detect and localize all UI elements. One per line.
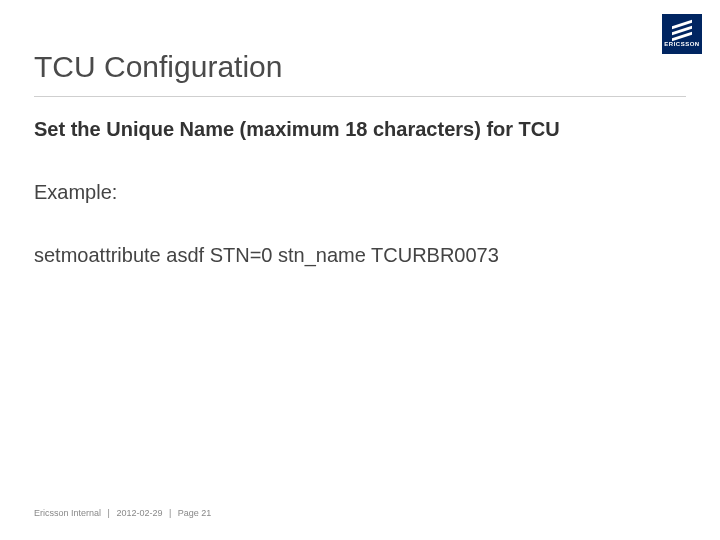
instruction-text: Set the Unique Name (maximum 18 characte… <box>34 118 660 141</box>
footer-separator: | <box>108 508 110 518</box>
title-divider <box>34 96 686 97</box>
footer-page-prefix: Page <box>178 508 202 518</box>
brand-stripes-icon <box>672 22 692 38</box>
footer-date: 2012-02-29 <box>116 508 162 518</box>
footer-separator: | <box>169 508 171 518</box>
slide-footer: Ericsson Internal | 2012-02-29 | Page 21 <box>34 508 211 518</box>
brand-logo: ERICSSON <box>662 14 702 54</box>
footer-page-number: 21 <box>201 508 211 518</box>
example-command: setmoattribute asdf STN=0 stn_name TCURB… <box>34 244 660 267</box>
footer-classification: Ericsson Internal <box>34 508 101 518</box>
example-label: Example: <box>34 181 660 204</box>
slide-title: TCU Configuration <box>34 50 282 84</box>
brand-logo-text: ERICSSON <box>664 41 699 47</box>
slide-body: Set the Unique Name (maximum 18 characte… <box>34 118 660 267</box>
